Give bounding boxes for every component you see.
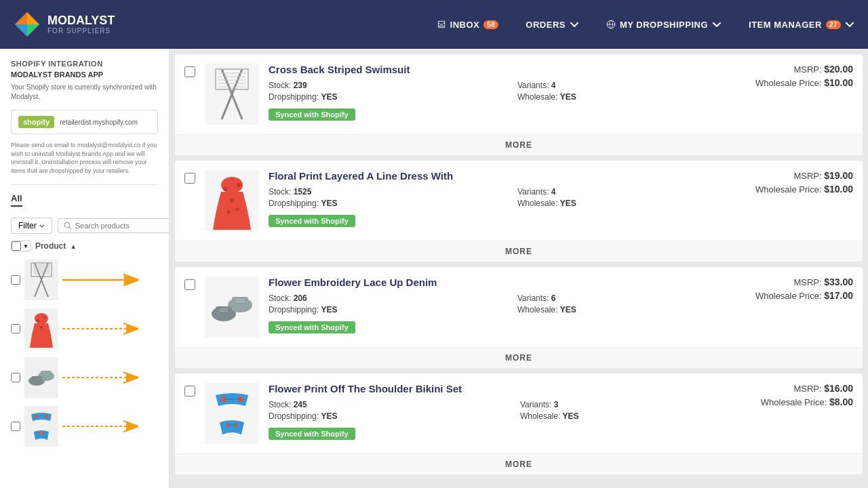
filter-search-row: Filter [11,218,158,234]
product-card-checkbox-3[interactable] [184,279,195,290]
more-button-4[interactable]: MORE [175,453,863,474]
product-title-1[interactable]: Cross Back Striped Swimsuit [269,64,746,75]
svg-point-28 [43,317,46,319]
globe-icon [606,20,616,29]
product-sort-row: ▼ Product ▲ [11,241,158,251]
synced-badge-1: Synced with Shopify [269,108,355,121]
main-content: Cross Back Striped Swimsuit Stock: 239 V… [170,49,868,488]
product-info-2: Floral Print Layered A Line Dress With S… [269,170,746,227]
item-manager-badge: 27 [826,20,841,29]
logo-sub: FOR SUPPLIERS [47,27,115,35]
product-pricing-2: MSRP: $19.00 Wholesale Price: $10.00 [755,170,853,197]
sort-arrow-icon: ▲ [70,243,77,250]
svg-line-47 [123,421,138,426]
dropshipping-label-4: Dropshipping: YES [269,411,500,421]
product-meta-1: Stock: 239 Variants: 4 Dropshipping: YES… [269,81,746,102]
svg-point-65 [227,211,231,214]
product-card-body-4: Flower Print Off The Shoulder Bikini Set… [175,373,863,453]
search-input[interactable] [75,222,169,230]
variants-label-2: Variants: 4 [517,187,746,197]
wholesale-label-1: Wholesale: YES [517,92,746,102]
main-layout: SHOPIFY INTEGRATION MODALYST BRANDS APP … [0,49,868,488]
svg-point-62 [223,187,227,191]
wholesale-price-row-4: Wholesale Price: $8.00 [761,396,853,407]
product-checkbox-4[interactable] [11,422,20,431]
logo-icon [14,11,41,38]
nav-inbox[interactable]: INBOX58 [437,20,499,30]
wholesale-price-row-3: Wholesale Price: $17.00 [755,290,853,301]
svg-line-32 [123,329,138,334]
main-nav: INBOX58 ORDERS MY DROPSHIPPING ITEM MANA… [437,20,854,30]
product-thumbnail-3 [24,357,58,398]
more-button-2[interactable]: MORE [175,241,863,262]
msrp-row-4: MSRP: $16.00 [761,383,853,394]
product-checkbox-1[interactable] [11,275,20,285]
product-thumbnail-1 [24,260,58,300]
stock-label-3: Stock: 206 [269,293,497,303]
nav-orders[interactable]: ORDERS [526,20,579,30]
select-all-checkbox[interactable] [12,241,21,251]
product-arrow-1 [62,272,158,287]
product-card-3: Flower Embroidery Lace Up Denim Stock: 2… [175,267,863,368]
variants-label-3: Variants: 6 [517,293,746,303]
dropshipping-label-1: Dropshipping: YES [269,92,497,102]
product-card-body-3: Flower Embroidery Lace Up Denim Stock: 2… [175,267,863,347]
product-title-4[interactable]: Flower Print Off The Shoulder Bikini Set [269,383,751,394]
sidebar-product-list [11,257,158,449]
svg-marker-4 [27,24,39,37]
checkbox-select[interactable]: ▼ [11,241,31,251]
more-button-1[interactable]: MORE [175,134,863,155]
svg-point-44 [38,432,41,434]
item-manager-chevron-icon [845,20,854,29]
product-title-3[interactable]: Flower Embroidery Lace Up Denim [269,277,746,288]
dropshipping-label-3: Dropshipping: YES [269,305,497,314]
synced-badge-4: Synced with Shopify [269,428,355,440]
more-button-3[interactable]: MORE [175,347,863,368]
product-arrow-3 [62,370,158,385]
svg-point-64 [230,199,234,203]
product-title-2[interactable]: Floral Print Layered A Line Dress With [269,170,746,182]
product-checkbox-3[interactable] [11,373,20,382]
product-card-checkbox-4[interactable] [184,386,195,396]
all-label[interactable]: All [11,193,22,207]
svg-point-66 [236,208,239,211]
wholesale-price-row-2: Wholesale Price: $10.00 [755,184,853,195]
product-arrow-4 [62,419,158,434]
product-image-4 [205,383,259,444]
shopify-integration-box: shopify retailerdist.myshopify.com [11,110,158,134]
list-item [11,354,158,401]
wholesale-price-row-1: Wholesale Price: $10.00 [755,77,853,88]
product-meta-2: Stock: 1525 Variants: 4 Dropshipping: YE… [269,187,746,208]
nav-dropshipping[interactable]: MY DROPSHIPPING [606,20,722,30]
stock-label-2: Stock: 1525 [269,187,497,197]
variants-label-4: Variants: 3 [520,400,751,409]
svg-line-31 [123,323,138,329]
product-card-body-2: Floral Print Layered A Line Dress With S… [175,161,863,241]
logo: MODALYST FOR SUPPLIERS [14,11,115,38]
product-pricing-3: MSRP: $33.00 Wholesale Price: $17.00 [755,277,853,304]
product-arrow-2 [62,321,158,336]
select-arrow-icon: ▼ [21,242,31,251]
svg-marker-2 [15,24,27,37]
svg-rect-76 [205,383,259,444]
logo-text: MODALYST [47,14,115,27]
sort-label[interactable]: Product [35,241,66,251]
svg-rect-70 [216,306,232,314]
product-image-3 [205,277,259,338]
product-checkbox-2[interactable] [11,324,20,333]
svg-point-45 [42,432,45,434]
product-card-checkbox-1[interactable] [184,66,195,77]
shopify-logo: shopify [18,116,54,128]
stock-label-4: Stock: 245 [269,400,500,409]
product-card-checkbox-2[interactable] [184,173,195,184]
product-meta-4: Stock: 245 Variants: 3 Dropshipping: YES… [269,400,751,421]
synced-badge-2: Synced with Shopify [269,215,355,227]
filter-button[interactable]: Filter [11,218,52,234]
list-item [11,257,158,303]
svg-line-39 [123,372,138,378]
dropshipping-label: MY DROPSHIPPING [620,20,708,30]
svg-rect-71 [232,297,248,305]
nav-item-manager[interactable]: ITEM MANAGER27 [749,20,854,30]
item-manager-label: ITEM MANAGER [749,20,822,30]
orders-label: ORDERS [526,20,566,30]
